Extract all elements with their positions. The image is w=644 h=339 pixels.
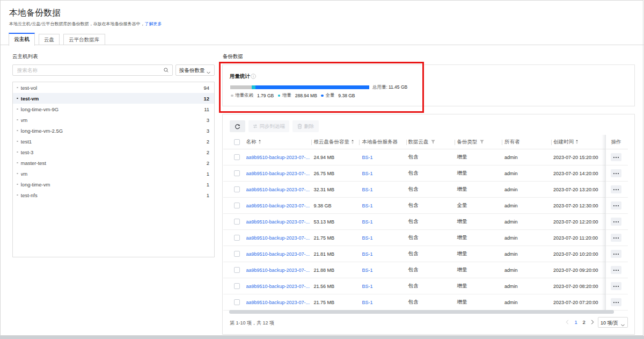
row-checkbox[interactable] xyxy=(234,219,240,225)
row-checkbox[interactable] xyxy=(234,170,240,176)
tab-3[interactable]: 云平台数据库 xyxy=(63,34,106,45)
search-input[interactable] xyxy=(17,66,162,75)
server-link[interactable]: BS-1 xyxy=(362,203,373,208)
row-actions-button[interactable] xyxy=(611,298,621,307)
row-checkbox[interactable] xyxy=(234,203,240,208)
bullet-icon xyxy=(17,87,18,89)
vm-list: test-vol94test-vm12long-time-vm-9G11vm3l… xyxy=(12,82,215,257)
col-capacity[interactable]: 根云盘备份容量 xyxy=(314,139,350,146)
pagination-page-2[interactable]: 2 xyxy=(583,319,586,326)
bullet-icon xyxy=(17,173,18,175)
server-link[interactable]: BS-1 xyxy=(362,268,373,273)
vm-list-item[interactable]: test-nfs1 xyxy=(13,190,214,200)
row-actions-button[interactable] xyxy=(611,218,621,226)
server-link[interactable]: BS-1 xyxy=(362,284,373,289)
vm-list-item[interactable]: master-test2 xyxy=(13,157,214,168)
backup-type-cell: 增量 xyxy=(455,165,502,181)
tab-2[interactable]: 云盘 xyxy=(39,34,60,45)
refresh-button[interactable] xyxy=(230,120,245,132)
vm-list-item[interactable]: long-time-vm-2.5G3 xyxy=(13,125,214,136)
legend-dot-icon xyxy=(321,95,324,97)
pagination-next-icon[interactable] xyxy=(591,320,594,326)
col-create-time[interactable]: 创建时间 xyxy=(553,139,574,146)
sort-icon[interactable] xyxy=(352,140,354,144)
page-size-select[interactable]: 10 项/页 xyxy=(598,317,628,328)
legend-label: 全量 xyxy=(325,92,334,99)
legend-value: 1.79 GB xyxy=(257,93,274,98)
row-actions-button[interactable] xyxy=(611,169,621,178)
server-link[interactable]: BS-1 xyxy=(362,235,373,241)
server-link[interactable]: BS-1 xyxy=(362,219,373,225)
vm-list-item[interactable]: long-time-vm1 xyxy=(13,179,214,190)
create-time-cell: 2023-07-20 14:20:00 xyxy=(551,165,605,181)
server-link[interactable]: BS-1 xyxy=(362,187,373,192)
vm-backup-count: 1 xyxy=(207,192,209,198)
row-checkbox[interactable] xyxy=(234,154,240,160)
bullet-icon xyxy=(17,194,18,196)
row-checkbox[interactable] xyxy=(234,267,240,273)
row-checkbox[interactable] xyxy=(234,299,240,305)
tab-1[interactable]: 云主机 xyxy=(9,33,35,46)
sort-dropdown[interactable]: 按备份数量 xyxy=(175,64,215,76)
search-icon[interactable] xyxy=(164,68,169,74)
sort-icon[interactable] xyxy=(259,140,261,144)
row-actions-button[interactable] xyxy=(611,266,621,275)
row-actions-button[interactable] xyxy=(611,201,621,210)
backup-name-link[interactable]: aa9b9510-backup-2023-07-... xyxy=(246,187,310,192)
bullet-icon xyxy=(17,141,18,142)
row-checkbox[interactable] xyxy=(234,283,240,289)
backup-name-link[interactable]: aa9b9510-backup-2023-07-... xyxy=(246,203,310,208)
backup-name-link[interactable]: aa9b9510-backup-2023-07-... xyxy=(246,251,310,257)
delete-button[interactable]: 删除 xyxy=(292,120,319,132)
bullet-icon xyxy=(17,109,18,110)
capacity-cell: 21.75 MB xyxy=(311,230,359,246)
select-all-checkbox[interactable] xyxy=(234,139,240,145)
pagination-page-1[interactable]: 1 xyxy=(575,319,577,326)
vm-list-item[interactable]: test-32 xyxy=(13,147,214,157)
create-time-cell: 2023-07-20 12:20:00 xyxy=(551,214,605,229)
row-actions-button[interactable] xyxy=(611,234,621,242)
server-link[interactable]: BS-1 xyxy=(362,155,373,160)
data-volume-cell: 包含 xyxy=(406,278,455,294)
vm-list-item[interactable]: vm3 xyxy=(13,114,214,125)
row-checkbox[interactable] xyxy=(234,235,240,241)
row-actions-button[interactable] xyxy=(611,153,621,162)
backup-name-link[interactable]: aa9b9510-backup-2023-07-... xyxy=(246,155,310,160)
row-actions-button[interactable] xyxy=(611,250,621,258)
usage-total-label: 总用量: xyxy=(372,84,387,90)
row-actions-button[interactable] xyxy=(611,185,621,194)
pagination-prev-icon[interactable] xyxy=(566,320,569,326)
vm-list-item[interactable]: test-vol94 xyxy=(13,82,214,93)
server-link[interactable]: BS-1 xyxy=(362,300,373,305)
info-icon[interactable] xyxy=(251,74,256,80)
vm-list-item[interactable]: long-time-vm-9G11 xyxy=(13,104,214,114)
row-checkbox[interactable] xyxy=(234,251,240,257)
row-actions-button[interactable] xyxy=(611,282,621,291)
filter-funnel-icon[interactable] xyxy=(431,140,435,144)
backup-name-link[interactable]: aa9b9510-backup-2023-07-... xyxy=(246,300,310,305)
backup-name-link[interactable]: aa9b9510-backup-2023-07-... xyxy=(246,171,310,176)
bullet-icon xyxy=(17,98,18,99)
horizontal-scrollbar[interactable] xyxy=(229,310,614,314)
vm-list-item[interactable]: test12 xyxy=(13,136,214,147)
row-checkbox[interactable] xyxy=(234,186,240,192)
backup-name-link[interactable]: aa9b9510-backup-2023-07-... xyxy=(246,235,310,241)
backup-type-cell: 增量 xyxy=(455,262,502,278)
filter-funnel-icon[interactable] xyxy=(480,140,484,144)
vm-backup-count: 3 xyxy=(207,128,209,134)
data-volume-cell: 包含 xyxy=(406,182,455,197)
col-name[interactable]: 名称 xyxy=(246,139,257,146)
vm-list-item[interactable]: test-vm12 xyxy=(13,93,214,104)
backup-name-link[interactable]: aa9b9510-backup-2023-07-... xyxy=(246,268,310,273)
server-link[interactable]: BS-1 xyxy=(362,251,373,257)
backup-name-link[interactable]: aa9b9510-backup-2023-07-... xyxy=(246,284,310,289)
server-link[interactable]: BS-1 xyxy=(362,171,373,176)
backup-name-link[interactable]: aa9b9510-backup-2023-07-... xyxy=(246,219,310,225)
vm-list-item[interactable]: vm1 xyxy=(13,168,214,179)
vm-name: vm xyxy=(21,171,207,177)
create-time-cell: 2023-07-20 09:20:00 xyxy=(551,262,605,278)
vm-name: long-time-vm-9G xyxy=(21,106,204,112)
learn-more-link[interactable]: 了解更多 xyxy=(144,21,162,26)
sync-to-remote-button[interactable]: 同步到远端 xyxy=(248,120,290,132)
sort-icon[interactable] xyxy=(576,140,578,144)
